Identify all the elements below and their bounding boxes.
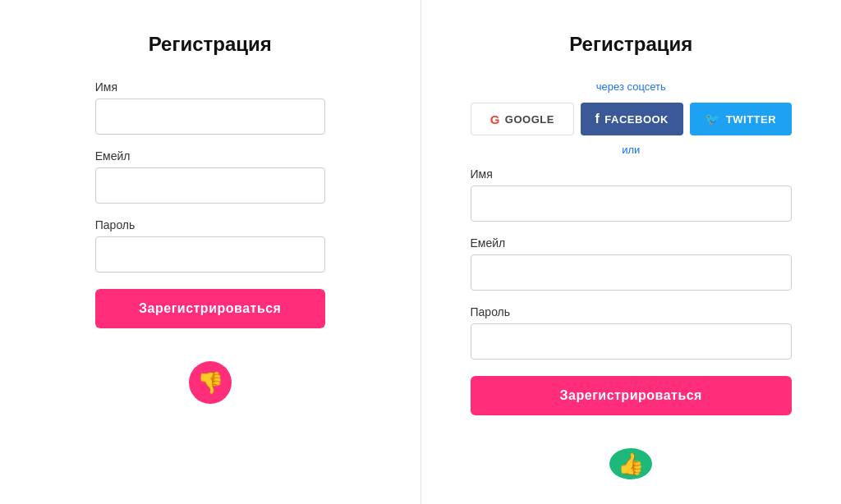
- twitter-label: TWITTER: [726, 113, 776, 126]
- twitter-button[interactable]: 🐦 TWITTER: [690, 103, 793, 135]
- right-form: Имя Емейл Пароль Зарегистрироваться: [471, 167, 793, 415]
- social-label: через соцсеть: [596, 80, 666, 93]
- right-email-group: Емейл: [471, 236, 793, 291]
- facebook-label: FACEBOOK: [604, 113, 669, 126]
- right-panel: Регистрация через соцсеть G GOOGLE f FAC…: [421, 0, 842, 504]
- left-name-label: Имя: [95, 80, 325, 94]
- left-title: Регистрация: [149, 33, 272, 56]
- right-feedback-icon: 👍: [609, 448, 652, 479]
- right-name-label: Имя: [471, 167, 793, 181]
- left-form: Имя Емейл Пароль Зарегистрироваться: [95, 80, 325, 328]
- or-label: или: [622, 144, 640, 156]
- right-password-group: Пароль: [471, 305, 793, 360]
- left-password-label: Пароль: [95, 218, 325, 231]
- thumbs-down-icon: 👎: [197, 370, 223, 396]
- google-button[interactable]: G GOOGLE: [471, 103, 575, 135]
- twitter-icon: 🐦: [705, 112, 721, 126]
- google-icon: G: [490, 112, 500, 126]
- left-name-group: Имя: [95, 80, 325, 135]
- left-password-input[interactable]: [95, 236, 325, 273]
- right-register-button[interactable]: Зарегистрироваться: [471, 376, 793, 415]
- right-password-input[interactable]: [471, 323, 793, 360]
- right-email-input[interactable]: [471, 254, 793, 291]
- right-password-label: Пароль: [471, 305, 793, 318]
- social-buttons-group: G GOOGLE f FACEBOOK 🐦 TWITTER: [471, 103, 793, 135]
- facebook-icon: f: [595, 112, 600, 126]
- facebook-button[interactable]: f FACEBOOK: [581, 103, 683, 135]
- right-title: Регистрация: [569, 33, 692, 56]
- google-label: GOOGLE: [505, 113, 554, 126]
- thumbs-up-icon: 👍: [618, 451, 644, 477]
- left-email-label: Емейл: [95, 149, 325, 163]
- left-name-input[interactable]: [95, 99, 325, 135]
- left-register-button[interactable]: Зарегистрироваться: [95, 289, 325, 328]
- left-feedback-icon: 👎: [189, 361, 232, 404]
- right-name-input[interactable]: [471, 186, 793, 222]
- left-password-group: Пароль: [95, 218, 325, 273]
- left-email-input[interactable]: [95, 167, 325, 204]
- left-email-group: Емейл: [95, 149, 325, 204]
- right-email-label: Емейл: [471, 236, 793, 250]
- left-panel: Регистрация Имя Емейл Пароль Зарегистрир…: [0, 0, 421, 504]
- right-name-group: Имя: [471, 167, 793, 222]
